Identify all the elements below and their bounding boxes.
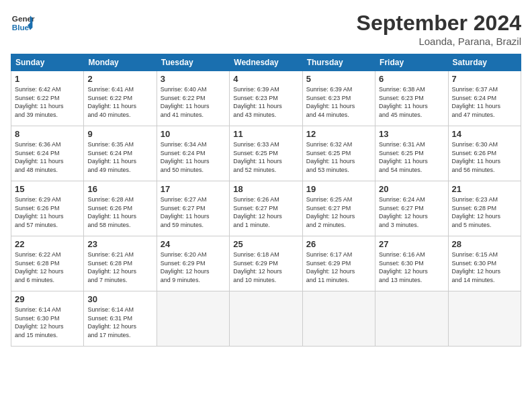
- calendar-day-header: Friday: [375, 54, 448, 71]
- day-info: Sunrise: 6:14 AMSunset: 6:30 PMDaylight:…: [15, 306, 80, 339]
- day-info: Sunrise: 6:20 AMSunset: 6:29 PMDaylight:…: [161, 250, 226, 284]
- day-info: Sunrise: 6:42 AMSunset: 6:22 PMDaylight:…: [15, 85, 80, 119]
- calendar-day-cell: 10Sunrise: 6:34 AMSunset: 6:24 PMDayligh…: [157, 126, 229, 181]
- calendar-day-cell: 24Sunrise: 6:20 AMSunset: 6:29 PMDayligh…: [157, 236, 229, 291]
- day-info: Sunrise: 6:40 AMSunset: 6:22 PMDaylight:…: [161, 85, 226, 119]
- day-info: Sunrise: 6:35 AMSunset: 6:24 PMDaylight:…: [87, 140, 152, 174]
- calendar-day-cell: [230, 291, 302, 347]
- calendar: SundayMondayTuesdayWednesdayThursdayFrid…: [11, 54, 521, 347]
- calendar-week-row: 29Sunrise: 6:14 AMSunset: 6:30 PMDayligh…: [11, 291, 521, 347]
- day-info: Sunrise: 6:29 AMSunset: 6:26 PMDaylight:…: [15, 195, 80, 229]
- day-number: 14: [452, 129, 517, 139]
- day-number: 13: [379, 129, 444, 139]
- calendar-day-header: Monday: [84, 54, 157, 71]
- calendar-day-cell: 21Sunrise: 6:23 AMSunset: 6:28 PMDayligh…: [448, 181, 521, 236]
- calendar-day-cell: 8Sunrise: 6:36 AMSunset: 6:24 PMDaylight…: [11, 126, 84, 181]
- calendar-day-cell: 4Sunrise: 6:39 AMSunset: 6:23 PMDaylight…: [230, 71, 302, 126]
- day-info: Sunrise: 6:38 AMSunset: 6:23 PMDaylight:…: [379, 85, 444, 119]
- day-number: 20: [379, 184, 444, 194]
- svg-text:Blue: Blue: [12, 23, 30, 32]
- calendar-day-header: Saturday: [448, 54, 521, 71]
- calendar-day-cell: 28Sunrise: 6:15 AMSunset: 6:30 PMDayligh…: [448, 236, 521, 291]
- month-title: September 2024: [357, 11, 521, 36]
- day-info: Sunrise: 6:22 AMSunset: 6:28 PMDaylight:…: [15, 250, 80, 284]
- calendar-day-cell: 17Sunrise: 6:27 AMSunset: 6:27 PMDayligh…: [157, 181, 229, 236]
- day-info: Sunrise: 6:25 AMSunset: 6:27 PMDaylight:…: [306, 195, 371, 229]
- day-number: 17: [161, 184, 226, 194]
- day-number: 25: [233, 239, 298, 249]
- calendar-day-cell: 12Sunrise: 6:32 AMSunset: 6:25 PMDayligh…: [302, 126, 375, 181]
- day-number: 24: [161, 239, 226, 249]
- calendar-day-header: Thursday: [302, 54, 375, 71]
- calendar-day-cell: 16Sunrise: 6:28 AMSunset: 6:26 PMDayligh…: [84, 181, 157, 236]
- day-info: Sunrise: 6:27 AMSunset: 6:27 PMDaylight:…: [161, 195, 226, 229]
- day-number: 2: [87, 74, 152, 84]
- calendar-day-cell: [157, 291, 229, 347]
- day-number: 5: [306, 74, 371, 84]
- calendar-day-cell: 19Sunrise: 6:25 AMSunset: 6:27 PMDayligh…: [302, 181, 375, 236]
- day-info: Sunrise: 6:33 AMSunset: 6:25 PMDaylight:…: [233, 140, 298, 174]
- day-number: 6: [379, 74, 444, 84]
- calendar-day-cell: 15Sunrise: 6:29 AMSunset: 6:26 PMDayligh…: [11, 181, 84, 236]
- calendar-day-header: Wednesday: [230, 54, 302, 71]
- calendar-day-header: Tuesday: [157, 54, 229, 71]
- day-number: 15: [15, 184, 80, 194]
- day-number: 26: [306, 239, 371, 249]
- calendar-day-cell: 25Sunrise: 6:18 AMSunset: 6:29 PMDayligh…: [230, 236, 302, 291]
- day-number: 30: [87, 294, 152, 304]
- day-info: Sunrise: 6:36 AMSunset: 6:24 PMDaylight:…: [15, 140, 80, 174]
- day-number: 27: [379, 239, 444, 249]
- calendar-day-cell: 9Sunrise: 6:35 AMSunset: 6:24 PMDaylight…: [84, 126, 157, 181]
- day-info: Sunrise: 6:18 AMSunset: 6:29 PMDaylight:…: [233, 250, 298, 284]
- calendar-day-cell: 5Sunrise: 6:39 AMSunset: 6:23 PMDaylight…: [302, 71, 375, 126]
- day-info: Sunrise: 6:39 AMSunset: 6:23 PMDaylight:…: [306, 85, 371, 119]
- calendar-week-row: 15Sunrise: 6:29 AMSunset: 6:26 PMDayligh…: [11, 181, 521, 236]
- day-info: Sunrise: 6:24 AMSunset: 6:27 PMDaylight:…: [379, 195, 444, 229]
- day-number: 10: [161, 129, 226, 139]
- calendar-day-cell: 13Sunrise: 6:31 AMSunset: 6:25 PMDayligh…: [375, 126, 448, 181]
- calendar-day-cell: 2Sunrise: 6:41 AMSunset: 6:22 PMDaylight…: [84, 71, 157, 126]
- calendar-day-cell: 3Sunrise: 6:40 AMSunset: 6:22 PMDaylight…: [157, 71, 229, 126]
- day-number: 29: [15, 294, 80, 304]
- day-info: Sunrise: 6:16 AMSunset: 6:30 PMDaylight:…: [379, 250, 444, 284]
- calendar-day-cell: 14Sunrise: 6:30 AMSunset: 6:26 PMDayligh…: [448, 126, 521, 181]
- day-info: Sunrise: 6:17 AMSunset: 6:29 PMDaylight:…: [306, 250, 371, 284]
- day-number: 3: [161, 74, 226, 84]
- day-number: 4: [233, 74, 298, 84]
- day-info: Sunrise: 6:39 AMSunset: 6:23 PMDaylight:…: [233, 85, 298, 119]
- calendar-day-cell: 18Sunrise: 6:26 AMSunset: 6:27 PMDayligh…: [230, 181, 302, 236]
- day-number: 23: [87, 239, 152, 249]
- day-number: 19: [306, 184, 371, 194]
- calendar-day-header: Sunday: [11, 54, 84, 71]
- header: General Blue September 2024 Loanda, Para…: [11, 11, 521, 47]
- day-info: Sunrise: 6:34 AMSunset: 6:24 PMDaylight:…: [161, 140, 226, 174]
- page: General Blue September 2024 Loanda, Para…: [0, 0, 532, 411]
- day-number: 22: [15, 239, 80, 249]
- calendar-header-row: SundayMondayTuesdayWednesdayThursdayFrid…: [11, 54, 521, 71]
- calendar-day-cell: 26Sunrise: 6:17 AMSunset: 6:29 PMDayligh…: [302, 236, 375, 291]
- day-info: Sunrise: 6:30 AMSunset: 6:26 PMDaylight:…: [452, 140, 517, 174]
- logo-icon: General Blue: [11, 11, 35, 35]
- calendar-day-cell: 6Sunrise: 6:38 AMSunset: 6:23 PMDaylight…: [375, 71, 448, 126]
- day-info: Sunrise: 6:14 AMSunset: 6:31 PMDaylight:…: [87, 306, 152, 339]
- calendar-week-row: 22Sunrise: 6:22 AMSunset: 6:28 PMDayligh…: [11, 236, 521, 291]
- day-number: 28: [452, 239, 517, 249]
- day-number: 11: [233, 129, 298, 139]
- day-number: 21: [452, 184, 517, 194]
- day-info: Sunrise: 6:41 AMSunset: 6:22 PMDaylight:…: [87, 85, 152, 119]
- calendar-day-cell: 23Sunrise: 6:21 AMSunset: 6:28 PMDayligh…: [84, 236, 157, 291]
- calendar-week-row: 8Sunrise: 6:36 AMSunset: 6:24 PMDaylight…: [11, 126, 521, 181]
- calendar-day-cell: 1Sunrise: 6:42 AMSunset: 6:22 PMDaylight…: [11, 71, 84, 126]
- day-info: Sunrise: 6:37 AMSunset: 6:24 PMDaylight:…: [452, 85, 517, 119]
- calendar-day-cell: 29Sunrise: 6:14 AMSunset: 6:30 PMDayligh…: [11, 291, 84, 347]
- calendar-day-cell: 11Sunrise: 6:33 AMSunset: 6:25 PMDayligh…: [230, 126, 302, 181]
- title-block: September 2024 Loanda, Parana, Brazil: [357, 11, 521, 47]
- calendar-day-cell: 30Sunrise: 6:14 AMSunset: 6:31 PMDayligh…: [84, 291, 157, 347]
- day-number: 18: [233, 184, 298, 194]
- calendar-day-cell: 27Sunrise: 6:16 AMSunset: 6:30 PMDayligh…: [375, 236, 448, 291]
- day-number: 16: [87, 184, 152, 194]
- calendar-day-cell: 7Sunrise: 6:37 AMSunset: 6:24 PMDaylight…: [448, 71, 521, 126]
- location-title: Loanda, Parana, Brazil: [357, 36, 521, 47]
- day-number: 9: [87, 129, 152, 139]
- day-info: Sunrise: 6:23 AMSunset: 6:28 PMDaylight:…: [452, 195, 517, 229]
